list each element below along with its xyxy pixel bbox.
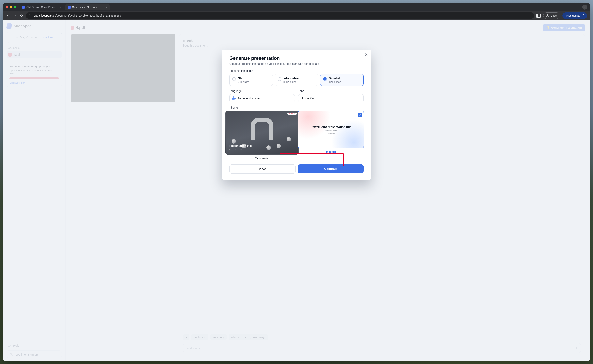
favicon-icon: [22, 6, 25, 9]
length-label: Presentation length: [229, 69, 364, 72]
theme-options: ● See full design Presentation title Pre…: [229, 111, 364, 160]
length-detailed[interactable]: Detailed 12+ slides: [320, 74, 364, 86]
radio-icon: [278, 77, 282, 81]
close-tab-icon[interactable]: ×: [60, 6, 61, 9]
language-select[interactable]: Same as document ⌄: [229, 94, 295, 103]
modal-subtitle: Create a presentation based on your cont…: [229, 62, 364, 65]
language-value: Same as document: [237, 97, 261, 100]
length-options: Short 3-8 slides Informative 8-12 slides…: [229, 74, 364, 86]
radio-icon: [323, 77, 327, 81]
tone-label: Tone: [298, 89, 364, 93]
svg-point-2: [547, 15, 548, 16]
chevron-down-icon: ⌄: [359, 97, 361, 100]
globe-icon: [232, 97, 236, 100]
svg-point-0: [29, 15, 30, 15]
theme-preview-title: Presentation title: [229, 144, 252, 148]
tab-overflow-button[interactable]: ⌄: [582, 5, 587, 10]
radio-icon: [232, 77, 236, 81]
favicon-icon: [68, 6, 71, 9]
browser-window: SlideSpeak - ChatGPT powere × SlideSpeak…: [3, 3, 590, 361]
cancel-button[interactable]: Cancel: [229, 164, 296, 174]
forward-button[interactable]: →: [13, 14, 17, 18]
site-settings-icon[interactable]: [29, 14, 32, 17]
side-panel-icon[interactable]: [536, 14, 541, 18]
length-title: Detailed: [329, 77, 341, 80]
address-bar[interactable]: app.slidespeak.co/document/ac0b27c0-bb7c…: [26, 13, 534, 19]
length-title: Informative: [283, 77, 299, 80]
modal-actions: Cancel Continue: [229, 164, 364, 174]
length-title: Short: [238, 77, 250, 80]
profile-button[interactable]: Guest: [543, 13, 560, 19]
more-icon: ⋮: [582, 14, 585, 18]
close-window[interactable]: [6, 6, 8, 8]
tone-select[interactable]: Unspecified ⌄: [298, 94, 364, 103]
generate-presentation-modal: ✕ Generate presentation Create a present…: [222, 50, 371, 180]
new-tab-button[interactable]: +: [111, 4, 117, 10]
length-sub: 12+ slides: [329, 80, 341, 83]
url-text: app.slidespeak.co/document/ac0b27c0-bb7c…: [34, 14, 121, 17]
minimize-window[interactable]: [10, 6, 12, 8]
browser-tab-0[interactable]: SlideSpeak - ChatGPT powere ×: [20, 4, 64, 10]
theme-label: Theme: [229, 106, 364, 109]
theme-preview-sub: Presentation subtitle: [325, 130, 337, 131]
theme-modern[interactable]: ✓ PowerPoint presentation title Presenta…: [298, 111, 364, 160]
theme-preview: ✓ PowerPoint presentation title Presenta…: [298, 111, 364, 148]
theme-preview-title: PowerPoint presentation title: [310, 125, 352, 129]
reload-button[interactable]: ⟳: [19, 14, 24, 18]
chevron-down-icon: ⌄: [290, 97, 292, 100]
theme-name: Modern: [326, 150, 336, 153]
browser-tab-1[interactable]: SlideSpeak | AI powered pres ×: [65, 4, 110, 10]
page-content: SlideSpeak ☁︎ Drag & drop or browse file…: [3, 20, 590, 361]
profile-label: Guest: [551, 14, 557, 17]
theme-name: Minimalistic: [255, 156, 269, 160]
finish-update-button[interactable]: Finish update ⋮: [562, 13, 587, 19]
theme-minimalistic[interactable]: ● See full design Presentation title Pre…: [229, 111, 295, 160]
back-button[interactable]: ←: [6, 14, 10, 18]
theme-preview-sub: Presentation sub title: [229, 149, 252, 151]
browser-toolbar: ← → ⟳ app.slidespeak.co/document/ac0b27c…: [3, 11, 590, 20]
length-sub: 3-8 slides: [238, 80, 250, 83]
tab-title: SlideSpeak - ChatGPT powere: [26, 6, 58, 8]
tone-value: Unspecified: [301, 97, 315, 100]
length-sub: 8-12 slides: [283, 80, 299, 83]
maximize-window[interactable]: [14, 6, 16, 8]
close-tab-icon[interactable]: ×: [106, 6, 107, 9]
length-informative[interactable]: Informative 8-12 slides: [275, 74, 318, 86]
continue-button[interactable]: Continue: [298, 164, 364, 173]
check-icon: ✓: [358, 113, 362, 117]
window-controls: [6, 6, 16, 8]
language-label: Language: [229, 89, 295, 93]
theme-preview: ● See full design Presentation title Pre…: [225, 111, 299, 155]
svg-point-1: [31, 16, 31, 16]
tab-title: SlideSpeak | AI powered pres: [72, 6, 104, 8]
tab-strip: SlideSpeak - ChatGPT powere × SlideSpeak…: [3, 3, 590, 11]
finish-update-label: Finish update: [565, 14, 580, 17]
close-icon[interactable]: ✕: [365, 52, 368, 57]
length-short[interactable]: Short 3-8 slides: [229, 74, 273, 86]
modal-title: Generate presentation: [229, 55, 364, 61]
